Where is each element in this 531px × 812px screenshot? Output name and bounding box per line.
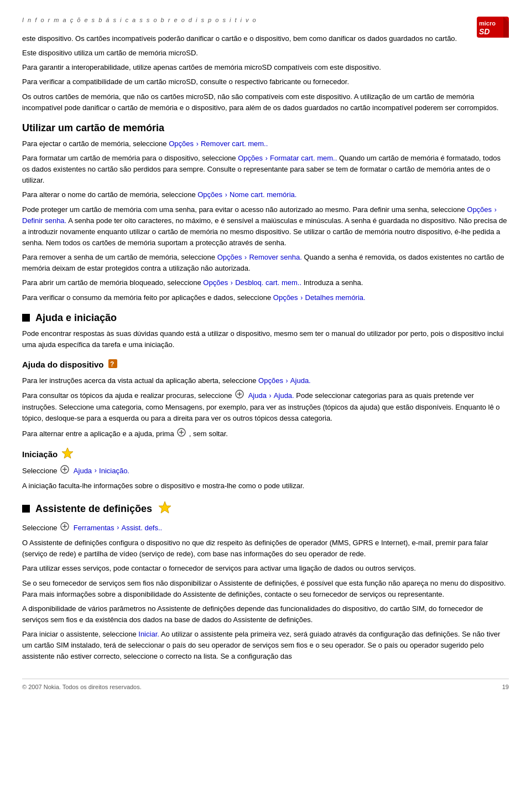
section-memory-title: Utilizar um cartão de memória [22, 122, 164, 134]
bullet-icon [22, 314, 30, 322]
bullet-icon-2 [22, 505, 30, 513]
menu-icon [235, 390, 244, 402]
section-help-title: Ajuda e iniciação [35, 312, 117, 324]
section-memory: Utilizar um cartão de memória Para eject… [22, 122, 509, 303]
page-footer: © 2007 Nokia. Todos os direitos reservad… [22, 679, 509, 690]
intro-p1: este dispositivo. Os cartões incompatíve… [22, 33, 509, 44]
wizard-p6: Para iniciar o assistente, seleccione In… [22, 629, 509, 662]
page-header: I n f o r m a ç õ e s b á s i c a s s o … [22, 17, 509, 23]
svg-text:?: ? [110, 360, 114, 368]
memory-p2: Para formatar um cartão de memória para … [22, 153, 509, 186]
memory-p4: Pode proteger um cartão de memória com u… [22, 204, 509, 249]
svg-marker-11 [62, 448, 73, 458]
subsection-iniciacao: Iniciação Seleccione [22, 447, 509, 492]
menu-icon4 [60, 522, 69, 534]
intro-p2: Este dispositivo utiliza um cartão de me… [22, 48, 509, 59]
section-help-intro: Pode encontrar respostas às suas dúvidas… [22, 328, 509, 350]
wizard-icon [158, 500, 172, 518]
device-help-icon: ? [107, 357, 121, 372]
page-number: 19 [502, 684, 509, 690]
device-help-p3: Para alternar entre a aplicação e a ajud… [22, 428, 509, 440]
section-help: Ajuda e iniciação Pode encontrar respost… [22, 312, 509, 492]
microsd-logo: micro SD [477, 17, 509, 39]
device-help-content: Para ler instruções acerca da vista actu… [22, 375, 509, 440]
wizard-p1: Seleccione Ferramentas › Assist. defs.. [22, 522, 509, 534]
iniciacao-content: Seleccione Ajuda › Iniciação. A iniciaçã… [22, 465, 509, 492]
iniciacao-icon [61, 447, 74, 462]
memory-p1: Para ejectar o cartão de memória, selecc… [22, 138, 509, 149]
intro-p4: Para verificar a compatibilidade de um c… [22, 76, 509, 87]
subsection-device-help: Ajuda do dispositivo ? Para ler instruçõ… [22, 357, 509, 440]
intro-p3: Para garantir a interoperabilidade, util… [22, 62, 509, 73]
wizard-p3: Para utilizar esses serviços, pode conta… [22, 563, 509, 574]
wizard-p2: O Assistente de definições configura o d… [22, 537, 509, 560]
memory-p5: Para remover a senha de um cartão de mem… [22, 252, 509, 274]
svg-text:micro: micro [479, 20, 496, 27]
iniciacao-heading: Iniciação [22, 447, 509, 462]
iniciacao-title: Iniciação [22, 449, 58, 459]
section-wizard: Assistente de definições Seleccione [22, 500, 509, 663]
wizard-p4: Se o seu fornecedor de serviços sem fios… [22, 578, 509, 600]
section-wizard-content: Seleccione Ferramentas › Assist. defs.. … [22, 522, 509, 663]
menu-icon2 [177, 428, 186, 440]
copyright: © 2007 Nokia. Todos os direitos reservad… [22, 684, 142, 690]
memory-p7: Para verificar o consumo da memória feit… [22, 292, 509, 303]
device-help-title: Ajuda do dispositivo [22, 360, 104, 369]
svg-marker-15 [159, 501, 171, 513]
wizard-p5: A disponibilidade de vários parâmetros n… [22, 603, 509, 625]
device-help-p1: Para ler instruções acerca da vista actu… [22, 375, 509, 386]
device-help-p2: Para consultar os tópicos da ajuda e rea… [22, 390, 509, 424]
iniciacao-p2: A iniciação faculta-lhe informações sobr… [22, 480, 509, 492]
menu-icon3 [60, 465, 69, 477]
intro-section: este dispositivo. Os cartões incompatíve… [22, 33, 509, 113]
svg-text:SD: SD [479, 27, 490, 36]
memory-p6: Para abrir um cartão de memória bloquead… [22, 277, 509, 288]
section-memory-heading: Utilizar um cartão de memória [22, 122, 509, 134]
section-wizard-title: Assistente de definições [35, 503, 152, 515]
section-help-heading: Ajuda e iniciação [22, 312, 509, 324]
iniciacao-p1: Seleccione Ajuda › Iniciação. [22, 465, 509, 477]
section-memory-content: Para ejectar o cartão de memória, selecc… [22, 138, 509, 303]
device-help-heading: Ajuda do dispositivo ? [22, 357, 509, 372]
intro-p5: Os outros cartões de memória, que não os… [22, 91, 509, 113]
memory-p3: Para alterar o nome do cartão de memória… [22, 189, 509, 200]
section-wizard-heading: Assistente de definições [22, 500, 509, 518]
